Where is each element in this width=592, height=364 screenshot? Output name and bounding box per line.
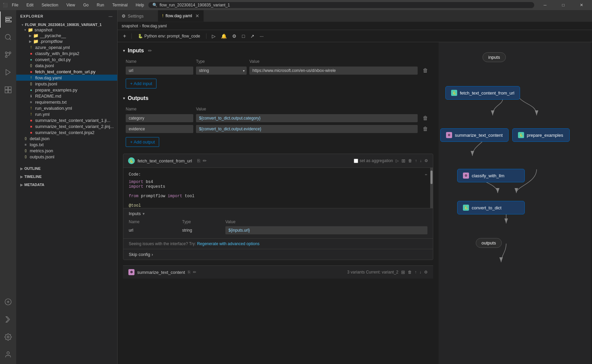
flow-node-fetch[interactable]: 🐍 fetch_text_content_from_url (445, 86, 520, 100)
activity-run[interactable] (0, 64, 16, 80)
menu-go[interactable]: Go (82, 2, 90, 8)
share-icon[interactable]: ↗ (249, 32, 256, 40)
flow-node-convert[interactable]: 🐍 convert_to_dict (457, 201, 525, 214)
flow-node-classify[interactable]: ⚙ classify_with_llm (457, 169, 525, 182)
sidebar-item-summarize-v2[interactable]: ■ summarize_text_content_variant_2.jinj.… (16, 123, 117, 129)
fetch-up-icon[interactable]: ↑ (415, 158, 417, 163)
sidebar-item-classify-jinja[interactable]: ■ classify_with_llm.jinja2 (16, 50, 117, 56)
run-all-icon[interactable]: ▷ (211, 32, 217, 40)
activity-extensions[interactable] (0, 82, 16, 98)
inputs-name-field-url[interactable] (126, 67, 193, 75)
outputs-delete-category[interactable]: 🗑 (420, 114, 430, 122)
fetch-edit-icon[interactable]: ✏ (203, 158, 207, 163)
tab-flow-yaml-close[interactable]: ✕ (195, 13, 199, 19)
fetch-variant-icon[interactable]: ⊞ (401, 158, 405, 163)
sidebar-item-run-yml[interactable]: ! run.yml (16, 111, 117, 117)
sidebar-item-pycache[interactable]: ▶ 📁 __pycache__ (16, 33, 117, 38)
node-inputs-toggle[interactable]: ▾ (143, 211, 145, 216)
sidebar-item-azure-openai[interactable]: ! azure_openai.yml (16, 44, 117, 50)
sidebar-item-data-jsonl[interactable]: {} data.jsonl (16, 62, 117, 69)
summarize-variant-icon[interactable]: ⊞ (401, 269, 405, 275)
sidebar-item-summarize-jinja[interactable]: ■ summarize_text_content.jinja2 (16, 129, 117, 135)
activity-pf[interactable] (0, 294, 16, 310)
sidebar-item-promptflow[interactable]: ▶ 📁 .promptflow (16, 38, 117, 44)
fetch-delete-icon[interactable]: 🗑 (408, 158, 412, 163)
python-env-button[interactable]: 🐍 Python env: prompt_flow_code (136, 33, 202, 39)
tab-flow-yaml[interactable]: ! flow.dag.yaml ✕ (158, 10, 204, 22)
aggregation-checkbox-label[interactable]: set as aggregation (354, 158, 393, 163)
node-input-value-url[interactable] (225, 226, 427, 234)
fetch-down-icon[interactable]: ↓ (420, 158, 422, 163)
fetch-run-icon[interactable]: ▷ (396, 158, 399, 163)
activity-explorer[interactable] (0, 11, 16, 28)
inputs-value-field-url[interactable] (249, 67, 418, 75)
outputs-name-field-category[interactable] (126, 114, 193, 122)
sidebar-item-flow-yaml[interactable]: ! flow.dag.yaml (16, 75, 117, 81)
inputs-type-select-url[interactable]: string int bool (196, 67, 247, 75)
menu-bar[interactable]: File Edit Selection View Go Run Terminal… (10, 2, 145, 8)
menu-file[interactable]: File (10, 2, 20, 8)
menu-help[interactable]: Help (134, 2, 146, 8)
sidebar-item-outputs[interactable]: {} outputs.jsonl (16, 154, 117, 160)
menu-selection[interactable]: Selection (40, 2, 59, 8)
inputs-type-selector-url[interactable]: string int bool (196, 67, 247, 75)
metadata-section[interactable]: ▶ METADATA (16, 181, 117, 188)
menu-view[interactable]: View (65, 2, 76, 8)
summarize-delete-icon[interactable]: 🗑 (408, 270, 412, 275)
sidebar-item-requirements[interactable]: ≡ requirements.txt (16, 99, 117, 105)
flow-node-inputs[interactable]: inputs (483, 52, 506, 62)
code-scrollbar[interactable] (430, 168, 433, 208)
sidebar-more-options[interactable]: ··· (108, 13, 113, 20)
export-icon[interactable]: □ (241, 32, 246, 40)
flow-node-outputs[interactable]: outputs (476, 238, 502, 248)
activity-source-control[interactable] (0, 47, 16, 63)
outline-section[interactable]: ▶ OUTLINE (16, 165, 117, 172)
summarize-copy-icon[interactable]: ⎘ (188, 270, 190, 275)
sidebar-item-prepare-py[interactable]: ● prepare_examples.py (16, 87, 117, 93)
activity-settings[interactable] (0, 329, 16, 345)
fetch-settings-icon[interactable]: ⚙ (424, 158, 428, 163)
build-icon[interactable]: ⚙ (231, 32, 238, 40)
maximize-button[interactable]: □ (556, 0, 571, 10)
breadcrumb-snapshot[interactable]: snapshot (122, 24, 138, 28)
activity-test[interactable] (0, 311, 16, 328)
outputs-toggle[interactable]: ▾ (123, 96, 125, 101)
more-icon[interactable]: ··· (258, 32, 265, 40)
sidebar-item-detail-json[interactable]: {} detail.json (16, 135, 117, 141)
tab-settings[interactable]: ⚙ Settings (118, 10, 158, 22)
summarize-settings-icon[interactable]: ⚙ (424, 270, 428, 275)
sidebar-item-readme[interactable]: ℹ README.md (16, 93, 117, 99)
menu-edit[interactable]: Edit (25, 2, 35, 8)
sidebar-item-inputs-jsonl[interactable]: {} inputs.jsonl (16, 81, 117, 87)
menu-terminal[interactable]: Terminal (111, 2, 129, 8)
outputs-value-field-evidence[interactable] (196, 125, 418, 133)
outputs-delete-evidence[interactable]: 🗑 (420, 125, 430, 133)
summarize-edit-icon[interactable]: ✏ (193, 270, 196, 275)
summarize-up-icon[interactable]: ↑ (415, 270, 417, 275)
flow-node-prepare[interactable]: 🐍 prepare_examples (512, 128, 570, 142)
fetch-copy-icon[interactable]: ⎘ (197, 158, 200, 163)
timeline-section[interactable]: ▶ TIMELINE (16, 173, 117, 180)
aggregation-checkbox[interactable] (354, 159, 358, 163)
add-input-button[interactable]: + Add input (126, 79, 156, 88)
outputs-name-field-evidence[interactable] (126, 125, 193, 133)
menu-run[interactable]: Run (95, 2, 105, 8)
skip-config-button[interactable]: Skip config › (123, 249, 433, 260)
close-button[interactable]: ✕ (574, 0, 589, 10)
inputs-edit-icon[interactable]: ✏ (148, 48, 152, 53)
tree-root[interactable]: ▾ FLOW_RUN_20230814_190835_VARIANT_1 (16, 22, 117, 27)
minimize-button[interactable]: ─ (537, 0, 553, 10)
sidebar-item-logs[interactable]: ≡ logs.txt (16, 141, 117, 148)
summarize-down-icon[interactable]: ↓ (419, 270, 421, 275)
check-icon[interactable]: 🔔 (220, 32, 228, 40)
sidebar-item-fetch-py[interactable]: ■ fetch_text_content_from_url.py (16, 69, 117, 75)
breadcrumb-file[interactable]: flow.dag.yaml (142, 24, 167, 28)
activity-search[interactable] (0, 29, 16, 45)
code-edit-icon[interactable]: ✏ (425, 172, 427, 177)
add-toolbar-button[interactable]: + (122, 32, 127, 40)
activity-account[interactable] (0, 346, 16, 363)
sidebar-item-run-eval[interactable]: ! run_evaluation.yml (16, 105, 117, 111)
add-output-button[interactable]: + Add output (126, 137, 159, 147)
inputs-delete-url[interactable]: 🗑 (420, 67, 430, 74)
warning-link[interactable]: Regenerate with advanced options (197, 241, 260, 246)
